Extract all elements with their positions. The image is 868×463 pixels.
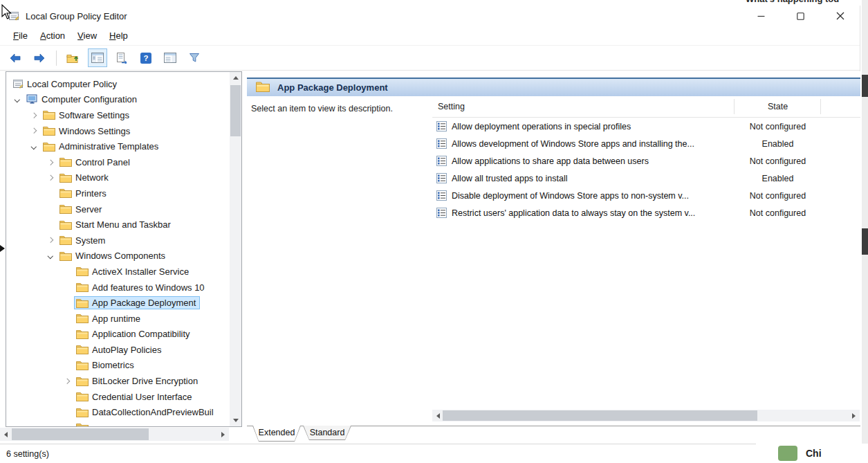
up-one-level-button[interactable] (64, 48, 83, 67)
tree-item-local-computer-policy[interactable]: Local Computer Policy (6, 76, 230, 92)
background-image-thumbnail (778, 446, 797, 461)
tree-item-app-package-deployment[interactable]: App Package Deployment (6, 295, 230, 311)
folder-icon (76, 408, 89, 417)
maximize-button[interactable] (781, 6, 820, 26)
settings-horizontal-scrollbar[interactable] (432, 410, 860, 421)
tree-item-label: Software Settings (59, 110, 129, 120)
setting-name: Disable deployment of Windows Store apps… (452, 191, 689, 201)
tree-item-windows-components[interactable]: Windows Components (6, 248, 230, 264)
tree-item-windows-settings[interactable]: Windows Settings (6, 123, 230, 139)
help-button[interactable]: ? (136, 48, 156, 67)
tree-item-label: Application Compatibility (92, 329, 190, 339)
folder-icon (59, 188, 72, 198)
scroll-down-button[interactable] (230, 415, 241, 426)
tree-item-printers[interactable]: Printers (6, 185, 230, 201)
tree-item-network[interactable]: Network (6, 170, 230, 186)
tree-item-system[interactable]: System (6, 233, 230, 248)
back-arrow-button[interactable] (6, 48, 25, 67)
expand-chevron-icon[interactable] (60, 379, 74, 383)
tab-standard[interactable]: Standard (303, 426, 351, 440)
tab-extended[interactable]: Extended (252, 426, 301, 442)
scroll-up-button[interactable] (230, 72, 241, 84)
folder-icon (43, 126, 55, 136)
show-action-pane-button[interactable] (160, 48, 180, 67)
tree-item-credential-user-interface[interactable]: Credential User Interface (6, 389, 230, 405)
filter-icon (189, 53, 200, 63)
minimize-button[interactable] (741, 6, 781, 26)
title-bar: Local Group Policy Editor (0, 6, 860, 26)
tree-item-server[interactable]: Server (6, 201, 230, 217)
gpedit-window: Local Group Policy Editor FileActionView… (0, 6, 860, 463)
show-console-tree-button[interactable] (88, 48, 107, 67)
status-bar: 6 setting(s) (0, 444, 860, 463)
tree-item-label: Windows Components (75, 251, 165, 261)
menu-view[interactable]: View (71, 28, 103, 43)
list-column-header[interactable]: Setting State (432, 96, 860, 118)
expand-chevron-icon[interactable] (27, 114, 41, 118)
setting-row[interactable]: Disable deployment of Windows Store apps… (432, 187, 860, 204)
expand-chevron-icon[interactable] (27, 129, 41, 133)
tree-item-activex-installer-service[interactable]: ActiveX Installer Service (6, 264, 230, 280)
background-bottom-right-fragment: Chi (756, 444, 868, 463)
background-text: What's happening tod (746, 0, 865, 4)
menu-help[interactable]: Help (103, 28, 134, 43)
setting-row[interactable]: Allow all trusted apps to installEnabled (432, 170, 860, 187)
setting-row[interactable]: Allows development of Windows Store apps… (432, 135, 860, 152)
export-list-button[interactable] (112, 48, 131, 67)
setting-state: Enabled (735, 174, 821, 183)
scroll-left-button[interactable] (0, 428, 12, 441)
tree-item-label: ActiveX Installer Service (92, 266, 189, 277)
tree-item-software-settings[interactable]: Software Settings (6, 107, 230, 123)
export-list-icon (116, 53, 128, 64)
policy-icon (436, 121, 447, 131)
tree-item-autoplay-policies[interactable]: AutoPlay Policies (6, 342, 230, 358)
collapse-chevron-icon[interactable] (44, 254, 57, 258)
expand-chevron-icon[interactable] (44, 176, 57, 180)
tree-item-add-features-to-windows-10[interactable]: Add features to Windows 10 (6, 280, 230, 296)
tree-item-computer-configuration[interactable]: Computer Configuration (6, 92, 230, 108)
forward-arrow-button[interactable] (30, 48, 49, 67)
setting-row[interactable]: Restrict users' application data to alwa… (432, 204, 860, 221)
tree-item-label: Printers (75, 188, 107, 199)
tree-item-partial[interactable] (6, 420, 230, 426)
menu-file[interactable]: File (7, 28, 34, 43)
setting-state: Not configured (735, 122, 821, 131)
collapse-chevron-icon[interactable] (10, 98, 24, 102)
column-divider[interactable] (820, 99, 821, 114)
column-setting[interactable]: Setting (438, 102, 465, 111)
tree-item-biometrics[interactable]: Biometrics (6, 358, 230, 374)
settings-hscrollbar-thumb[interactable] (443, 410, 757, 421)
policy-icon (436, 138, 447, 149)
tree-hscrollbar-thumb[interactable] (12, 428, 149, 440)
close-button[interactable] (820, 6, 860, 26)
setting-row[interactable]: Allow deployment operations in special p… (432, 118, 860, 135)
scroll-right-button[interactable] (217, 428, 229, 441)
expand-chevron-icon[interactable] (44, 238, 57, 242)
menu-action[interactable]: Action (34, 28, 71, 43)
tree-item-control-panel[interactable]: Control Panel (6, 154, 230, 170)
tree-item-label: Start Menu and Taskbar (75, 219, 171, 230)
expand-chevron-icon[interactable] (44, 161, 57, 165)
tree-scrollbar-thumb[interactable] (230, 85, 241, 136)
collapse-chevron-icon[interactable] (27, 145, 41, 149)
window-controls (741, 6, 860, 26)
column-divider[interactable] (734, 99, 735, 114)
tree-vertical-scrollbar[interactable] (230, 72, 241, 426)
tree-item-start-menu-and-taskbar[interactable]: Start Menu and Taskbar (6, 217, 230, 233)
tree-horizontal-scrollbar[interactable] (0, 428, 229, 441)
tree-item-application-compatibility[interactable]: Application Compatibility (6, 327, 230, 343)
tree-item-bitlocker-drive-encryption[interactable]: BitLocker Drive Encryption (6, 373, 230, 389)
tree-item-datacollectionandpreviewbuil[interactable]: DataCollectionAndPreviewBuil (6, 404, 230, 420)
forward-arrow-icon (33, 53, 46, 64)
scroll-right-button[interactable] (848, 410, 860, 421)
tree-item-administrative-templates[interactable]: Administrative Templates (6, 138, 230, 154)
policy-icon (436, 156, 447, 166)
setting-row[interactable]: Allow applications to share app data bet… (432, 152, 860, 170)
folder-icon (59, 157, 72, 167)
toolbar: ? (0, 46, 860, 71)
filter-button[interactable] (185, 48, 204, 67)
tree-item-app-runtime[interactable]: App runtime (6, 311, 230, 327)
column-state[interactable]: State (735, 102, 821, 111)
screen: What's happening tod Chi Local Group Pol… (0, 0, 868, 463)
tree-item-label: Computer Configuration (41, 94, 137, 105)
